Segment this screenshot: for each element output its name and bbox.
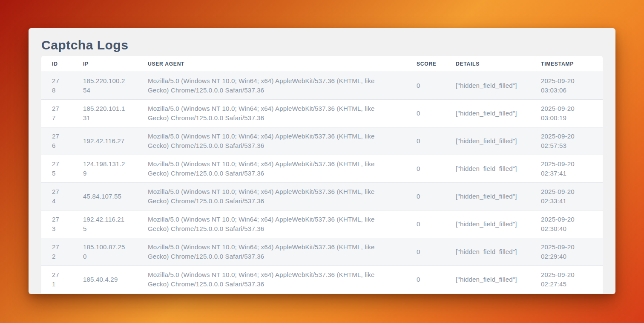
cell-details: ["hidden_field_filled"]: [445, 183, 530, 211]
cell-timestamp: 2025-09-20 02:29:40: [530, 238, 603, 266]
cell-user-agent: Mozilla/5.0 (Windows NT 10.0; Win64; x64…: [137, 211, 406, 238]
column-header-id: ID: [41, 56, 72, 72]
table-row: 273 192.42.116.215 Mozilla/5.0 (Windows …: [41, 211, 603, 238]
page-background: { "page": { "title": "Captcha Logs" }, "…: [0, 0, 644, 323]
cell-details: ["hidden_field_filled"]: [445, 266, 530, 294]
cell-ip: 185.220.101.131: [72, 100, 137, 127]
cell-id: 278: [41, 72, 72, 100]
table-row: 278 185.220.100.254 Mozilla/5.0 (Windows…: [41, 72, 603, 100]
cell-timestamp: 2025-09-20 02:33:41: [530, 183, 603, 211]
page-title: Captcha Logs: [41, 35, 603, 56]
cell-user-agent: Mozilla/5.0 (Windows NT 10.0; Win64; x64…: [137, 238, 406, 266]
cell-id: 272: [41, 238, 72, 266]
captcha-logs-card: Captcha Logs ID IP USER AGENT SCORE DETA…: [29, 28, 615, 294]
column-header-user-agent: USER AGENT: [137, 56, 406, 72]
logs-table: ID IP USER AGENT SCORE DETAILS TIMESTAMP…: [41, 56, 603, 294]
cell-score: 0: [406, 266, 445, 294]
cell-details: ["hidden_field_filled"]: [445, 238, 530, 266]
column-header-score: SCORE: [406, 56, 445, 72]
cell-score: 0: [406, 211, 445, 238]
cell-details: ["hidden_field_filled"]: [445, 100, 530, 127]
cell-timestamp: 2025-09-20 03:03:06: [530, 72, 603, 100]
cell-details: ["hidden_field_filled"]: [445, 211, 530, 238]
table-row: 274 45.84.107.55 Mozilla/5.0 (Windows NT…: [41, 183, 603, 211]
cell-user-agent: Mozilla/5.0 (Windows NT 10.0; Win64; x64…: [137, 155, 406, 183]
cell-id: 271: [41, 266, 72, 294]
cell-details: ["hidden_field_filled"]: [445, 155, 530, 183]
table-row: 272 185.100.87.250 Mozilla/5.0 (Windows …: [41, 238, 603, 266]
cell-ip: 185.220.100.254: [72, 72, 137, 100]
cell-ip: 45.84.107.55: [72, 183, 137, 211]
cell-timestamp: 2025-09-20 03:00:19: [530, 100, 603, 127]
cell-ip: 192.42.116.27: [72, 127, 137, 155]
table-row: 277 185.220.101.131 Mozilla/5.0 (Windows…: [41, 100, 603, 127]
cell-ip: 185.40.4.29: [72, 266, 137, 294]
cell-score: 0: [406, 100, 445, 127]
cell-ip: 124.198.131.29: [72, 155, 137, 183]
cell-score: 0: [406, 183, 445, 211]
table-row: 271 185.40.4.29 Mozilla/5.0 (Windows NT …: [41, 266, 603, 294]
cell-id: 276: [41, 127, 72, 155]
cell-details: ["hidden_field_filled"]: [445, 72, 530, 100]
column-header-ip: IP: [72, 56, 137, 72]
cell-id: 274: [41, 183, 72, 211]
table-header-row: ID IP USER AGENT SCORE DETAILS TIMESTAMP: [41, 56, 603, 72]
cell-score: 0: [406, 155, 445, 183]
cell-timestamp: 2025-09-20 02:57:53: [530, 127, 603, 155]
table-header: ID IP USER AGENT SCORE DETAILS TIMESTAMP: [41, 56, 603, 72]
cell-user-agent: Mozilla/5.0 (Windows NT 10.0; Win64; x64…: [137, 72, 406, 100]
cell-timestamp: 2025-09-20 02:27:45: [530, 266, 603, 294]
cell-score: 0: [406, 72, 445, 100]
column-header-details: DETAILS: [445, 56, 530, 72]
cell-timestamp: 2025-09-20 02:37:41: [530, 155, 603, 183]
cell-timestamp: 2025-09-20 02:30:40: [530, 211, 603, 238]
column-header-timestamp: TIMESTAMP: [530, 56, 603, 72]
logs-table-container: ID IP USER AGENT SCORE DETAILS TIMESTAMP…: [41, 56, 603, 294]
cell-details: ["hidden_field_filled"]: [445, 127, 530, 155]
cell-ip: 185.100.87.250: [72, 238, 137, 266]
cell-score: 0: [406, 127, 445, 155]
cell-user-agent: Mozilla/5.0 (Windows NT 10.0; Win64; x64…: [137, 266, 406, 294]
cell-user-agent: Mozilla/5.0 (Windows NT 10.0; Win64; x64…: [137, 183, 406, 211]
cell-user-agent: Mozilla/5.0 (Windows NT 10.0; Win64; x64…: [137, 127, 406, 155]
cell-id: 275: [41, 155, 72, 183]
cell-user-agent: Mozilla/5.0 (Windows NT 10.0; Win64; x64…: [137, 100, 406, 127]
table-body: 278 185.220.100.254 Mozilla/5.0 (Windows…: [41, 72, 603, 294]
cell-ip: 192.42.116.215: [72, 211, 137, 238]
cell-id: 273: [41, 211, 72, 238]
cell-id: 277: [41, 100, 72, 127]
table-row: 276 192.42.116.27 Mozilla/5.0 (Windows N…: [41, 127, 603, 155]
table-row: 275 124.198.131.29 Mozilla/5.0 (Windows …: [41, 155, 603, 183]
cell-score: 0: [406, 238, 445, 266]
